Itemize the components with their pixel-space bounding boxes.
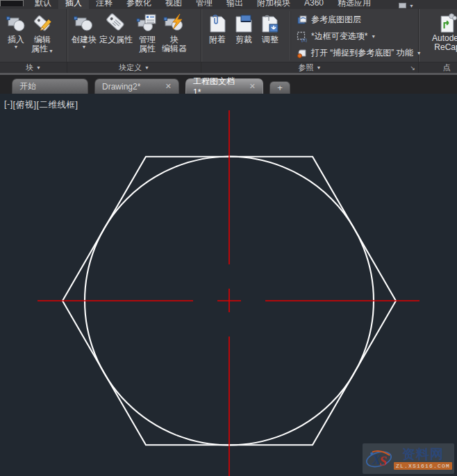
insert-label: 插入 xyxy=(8,35,24,44)
define-attribute-icon xyxy=(104,12,128,35)
define-attributes-button[interactable]: 定义属性 xyxy=(98,11,134,45)
chevron-down-icon: ▼ xyxy=(317,65,322,70)
recap-icon xyxy=(437,12,457,34)
clip-button[interactable]: 剪裁 xyxy=(231,11,257,45)
application-menu-button[interactable] xyxy=(0,0,24,6)
panel-title-block-definition[interactable]: 块定义 ▼ xyxy=(67,62,201,73)
drawing-geometry xyxy=(0,94,457,476)
ribbon-tab-annotate[interactable]: 注释 xyxy=(89,0,119,9)
doc-tab-drawing2[interactable]: Drawing2* ✕ xyxy=(94,78,179,94)
viewport-controls: [-] [俯视] [二维线框] xyxy=(4,99,78,111)
panel-title-reference[interactable]: 参照 ▼ ↘ xyxy=(201,62,418,73)
clip-icon xyxy=(232,12,256,35)
chevron-down-icon: ▼ xyxy=(371,34,376,39)
insert-block-icon xyxy=(4,12,28,35)
manage-attrs-label-2: 属性 xyxy=(139,44,156,53)
ribbon-tab-default[interactable]: 默认 xyxy=(28,0,58,9)
plus-icon: + xyxy=(277,83,283,93)
edit-attribute-icon xyxy=(31,12,54,35)
snap-underlay-icon xyxy=(297,48,308,59)
attach-button[interactable]: 附着 xyxy=(204,11,231,45)
create-block-icon xyxy=(72,12,96,35)
watermark-url: ZL.XS1616.COM xyxy=(394,462,452,470)
ribbon-tab-view[interactable]: 视图 xyxy=(158,0,189,9)
attach-icon xyxy=(206,12,229,35)
chevron-down-icon: ▼ xyxy=(144,65,149,70)
chevron-down-icon: ▼ xyxy=(409,3,414,8)
ribbon-tab-a360[interactable]: A360 xyxy=(297,0,331,9)
ribbon-tab-insert[interactable]: 插入 xyxy=(58,0,89,9)
chevron-down-icon: ▼ xyxy=(82,44,87,49)
block-editor-icon xyxy=(163,12,186,35)
panel-block-definition: 创建块 ▼ 定义属性 xyxy=(67,9,201,73)
close-icon[interactable]: ✕ xyxy=(249,82,256,91)
snap-to-underlays-label: 打开 “捕捉到参考底图” 功能 xyxy=(311,47,413,59)
frame-option-icon: (x) xyxy=(297,31,308,42)
underlay-layers-label: 参考底图图层 xyxy=(311,14,361,26)
underlay-layers-icon xyxy=(297,15,308,26)
panel-block: 插入 ▼ 编辑 属性 ▼ 块 xyxy=(0,9,67,73)
ribbon-display-options[interactable]: ▼ xyxy=(399,3,414,8)
ribbon-tab-bar: 默认 插入 注释 参数化 视图 管理 输出 附加模块 A360 精选应用 ▼ xyxy=(0,0,457,9)
block-editor-label-2: 编辑器 xyxy=(162,44,187,53)
recap-label-2: ReCap xyxy=(434,43,457,52)
clip-label: 剪裁 xyxy=(235,35,252,44)
edit-attrs-label-2: 属性 xyxy=(31,44,48,53)
watermark: X S 资料网 ZL.XS1616.COM xyxy=(363,443,454,474)
dialog-launcher-icon[interactable]: ↘ xyxy=(410,65,415,71)
svg-text:S: S xyxy=(379,453,387,468)
insert-block-button[interactable]: 插入 ▼ xyxy=(3,11,29,50)
chevron-down-icon: ▼ xyxy=(49,49,53,53)
viewport-menu-button[interactable]: [-] xyxy=(4,99,13,111)
edit-attributes-button[interactable]: 编辑 属性 ▼ xyxy=(29,11,56,54)
doc-tab-active-document[interactable]: 工程图文档1* ✕ xyxy=(185,78,263,94)
ribbon-tab-featured-apps[interactable]: 精选应用 xyxy=(331,0,378,9)
document-tab-bar: 开始 Drawing2* ✕ 工程图文档1* ✕ + xyxy=(0,75,457,94)
panel-point: Autodes ReCap 点 xyxy=(419,9,457,73)
autodesk-recap-button[interactable]: Autodes ReCap xyxy=(421,11,457,53)
panel-title-block[interactable]: 块 ▼ xyxy=(0,62,67,73)
viewport-view-button[interactable]: [俯视] xyxy=(13,99,37,111)
snap-to-underlays-button[interactable]: 打开 “捕捉到参考底图” 功能 ▼ xyxy=(297,46,422,60)
underlay-layers-button[interactable]: 参考底图图层 xyxy=(297,12,422,27)
ribbon: 插入 ▼ 编辑 属性 ▼ 块 xyxy=(0,9,457,73)
frames-option-button[interactable]: (x) *边框可变选项* ▼ xyxy=(297,29,422,44)
adjust-label: 调整 xyxy=(262,35,279,44)
new-tab-button[interactable]: + xyxy=(269,81,290,94)
model-space-canvas[interactable]: [-] [俯视] [二维线框] X S 资料网 ZL.XS1616.COM xyxy=(0,94,457,476)
panel-reference: 附着 剪裁 调整 xyxy=(201,9,419,73)
create-block-label: 创建块 xyxy=(72,35,97,44)
attach-label: 附着 xyxy=(209,35,226,44)
viewport-visual-style-button[interactable]: [二维线框] xyxy=(37,99,78,111)
manage-attributes-icon xyxy=(135,12,159,35)
ribbon-tab-addins[interactable]: 附加模块 xyxy=(250,0,297,9)
panel-title-point[interactable]: 点 xyxy=(419,62,457,73)
manage-attributes-button[interactable]: 管理 属性 xyxy=(134,11,160,54)
close-icon[interactable]: ✕ xyxy=(165,82,172,91)
ribbon-tab-parametric[interactable]: 参数化 xyxy=(119,0,158,9)
define-attrs-label: 定义属性 xyxy=(99,35,133,44)
adjust-button[interactable]: 调整 xyxy=(257,11,283,45)
watermark-title: 资料网 xyxy=(402,448,444,461)
chevron-down-icon: ▼ xyxy=(36,65,41,70)
block-editor-button[interactable]: 块 编辑器 xyxy=(160,11,188,54)
ribbon-options-icon xyxy=(399,3,406,8)
ribbon-tab-manage[interactable]: 管理 xyxy=(189,0,219,9)
ribbon-tab-output[interactable]: 输出 xyxy=(219,0,250,9)
doc-tab-start[interactable]: 开始 xyxy=(12,78,88,94)
create-block-button[interactable]: 创建块 ▼ xyxy=(70,11,98,50)
frames-option-label: *边框可变选项* xyxy=(311,31,367,42)
xs-logo-icon: X S xyxy=(365,445,393,473)
chevron-down-icon: ▼ xyxy=(14,44,19,49)
adjust-icon xyxy=(258,12,282,35)
svg-text:(x): (x) xyxy=(301,37,307,42)
